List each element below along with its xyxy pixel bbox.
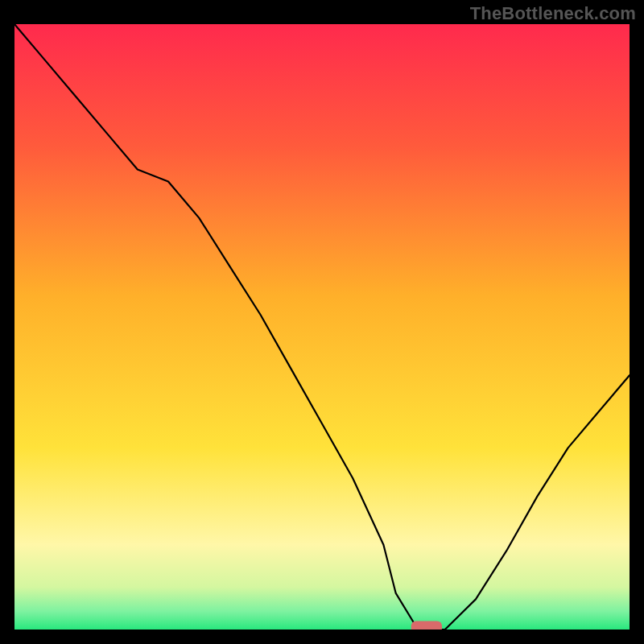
selected-point-marker [411,621,442,630]
chart-frame: TheBottleneck.com [0,0,644,644]
watermark-text: TheBottleneck.com [470,3,636,24]
plot-svg [14,24,630,630]
plot-background [14,24,630,630]
plot-area [14,24,630,630]
